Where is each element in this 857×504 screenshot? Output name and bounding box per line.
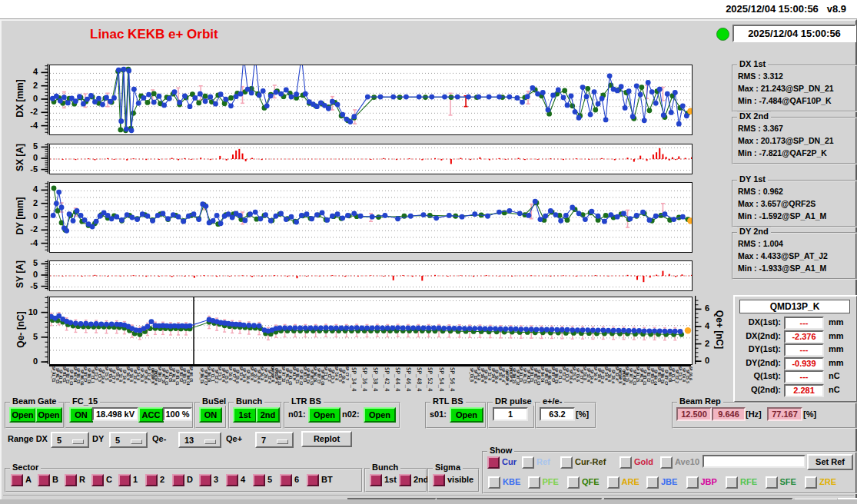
option-menu-bar-icon [72, 439, 84, 444]
show-zre-label: ZRE [819, 477, 836, 486]
ltr-n02-label: n02: [342, 410, 360, 419]
show-jbp-checkbox[interactable] [686, 476, 699, 489]
qmd-row-label: DX(2nd): [735, 331, 781, 340]
bpm-label: SP_B5_C5 [190, 366, 193, 382]
bpm-label: SP_56_4 [450, 367, 455, 392]
stats-dx-2nd: DX 2ndRMS : 3.367Max : 20.173@SP_DN_21Mi… [732, 117, 857, 164]
sector-c-checkbox[interactable] [91, 474, 104, 486]
beam-gate-group: Beam GateOpenOpen [5, 402, 65, 429]
bunch-2nd-button[interactable]: 2nd [256, 407, 280, 423]
sigma-visible-checkbox[interactable] [433, 474, 445, 486]
bunch-select-group: Bunch1st2nd [364, 468, 427, 492]
sector-1-checkbox[interactable] [118, 474, 131, 486]
bunch-1st-button[interactable]: 1st [233, 407, 257, 423]
sector-a-checkbox[interactable] [11, 474, 23, 486]
sector-b-checkbox[interactable] [38, 474, 50, 486]
show-gold-checkbox[interactable] [619, 456, 632, 469]
sector-3-label: 3 [214, 475, 218, 484]
show-cur-ref-checkbox[interactable] [560, 456, 573, 469]
stats-row: Min : -7.821@QAF2P_K [733, 147, 856, 159]
ltr-n02-open-button[interactable]: Open [364, 407, 396, 423]
option-menu-bar-icon [277, 439, 288, 444]
bunch-select-1st-checkbox[interactable] [370, 474, 382, 486]
orbit-stats-panels: DX 1stRMS : 3.312Max : 21.243@SP_DN_21Mi… [2, 40, 855, 286]
plot-qe [49, 297, 693, 365]
sector-6-checkbox[interactable] [280, 474, 292, 486]
beam-rep-value-2: 9.646 [712, 407, 746, 421]
qmd-row-unit: mm [829, 344, 844, 353]
status-led [716, 28, 729, 41]
qmd-row-value: 2.281 [784, 384, 824, 397]
e-ratio-group-title: e+/e- [540, 396, 564, 406]
busel-on-button[interactable]: ON [199, 407, 222, 423]
stats-row: Min : -1.933@SP_A1_M [733, 262, 856, 274]
rtl-s01-open-button[interactable]: Open [450, 407, 483, 423]
range-label-1: DY [92, 434, 104, 443]
range-label-2: Qe- [152, 434, 166, 443]
range-select-0[interactable]: 5 [51, 432, 89, 448]
ltr-bs-group-title: LTR BS [289, 396, 324, 406]
option-menu-bar-icon [204, 439, 216, 444]
selection-row: SectorABRC12D3456BTBunch1st2ndSigmavisib… [2, 449, 855, 495]
sector-bt-checkbox[interactable] [307, 474, 319, 486]
rtl-bs-group: RTL BSs01:Open [425, 402, 487, 429]
sector-3-checkbox[interactable] [199, 474, 211, 486]
fc15-acc-button[interactable]: ACC [138, 407, 164, 423]
sector-2-checkbox[interactable] [145, 474, 158, 486]
range-row: Range DX5DY5Qe-13Qe+7Replot [2, 431, 855, 448]
sector-4-checkbox[interactable] [226, 474, 238, 486]
range-select-1[interactable]: 5 [109, 432, 148, 448]
ylabel-qe: Qe- [nC] [15, 296, 25, 363]
stats-row: Min : -1.592@SP_A1_M [733, 210, 856, 222]
ltr-n01-open-button[interactable]: Open [308, 407, 340, 423]
beam-gate-open-1-button[interactable]: Open [9, 407, 36, 423]
sector-r-label: R [79, 475, 85, 484]
show-qfe-checkbox[interactable] [567, 476, 580, 489]
set-ref-button[interactable]: Set Ref [807, 454, 853, 470]
show-pfe-label: PFE [543, 477, 559, 486]
beam-controls-row: Beam GateOpenOpenFC_15ON18.498 kVACC100 … [2, 400, 855, 432]
ref-name-input[interactable] [703, 455, 806, 468]
bpm-label: SP_34_4 [351, 367, 357, 392]
bunch-select-group-title: Bunch [370, 463, 400, 472]
beam-rep-group: Beam Rep12.5009.646[Hz]77.167[%] [672, 402, 857, 429]
bunch-select-2nd-checkbox[interactable] [399, 474, 411, 486]
qmd-row-label: Q(1st): [735, 371, 781, 380]
sector-d-checkbox[interactable] [172, 474, 184, 486]
show-sfe-checkbox[interactable] [766, 476, 778, 489]
bunch-group-title: Bunch [234, 396, 264, 406]
ltr-n01-label: n01: [288, 410, 306, 419]
fc15-on-button[interactable]: ON [69, 407, 93, 423]
selected-bpm-name[interactable]: QMD13P_K [739, 300, 850, 313]
bpm-label: SP_42_4 [384, 367, 390, 392]
show-pfe-checkbox[interactable] [528, 476, 540, 489]
sector-4-label: 4 [241, 475, 245, 484]
show-ave10-checkbox[interactable] [660, 456, 673, 469]
bpm-label: SP_C7_7 [346, 366, 349, 380]
titlebar-clock: 2025/12/04 15:00:56 [726, 3, 819, 15]
range-select-1-value: 5 [115, 436, 120, 445]
y-axis-right-qe [695, 296, 703, 364]
sector-5-checkbox[interactable] [253, 474, 265, 486]
show-ref-checkbox[interactable] [522, 456, 534, 469]
show-rfe-checkbox[interactable] [726, 476, 738, 489]
selected-bpm-panel: QMD13P_K DX(1st):---mmDX(2nd):-2.376mmDY… [733, 295, 857, 403]
sector-r-checkbox[interactable] [65, 474, 77, 486]
qmd-row-value: -2.376 [784, 330, 824, 343]
show-cur-ref-label: Cur-Ref [575, 457, 606, 466]
show-are-checkbox[interactable] [607, 476, 619, 489]
range-select-3[interactable]: 7 [255, 432, 294, 448]
show-jbe-checkbox[interactable] [646, 476, 659, 489]
show-zre-checkbox[interactable] [805, 476, 817, 489]
range-select-2[interactable]: 13 [178, 432, 221, 448]
replot-button[interactable]: Replot [301, 431, 352, 447]
show-cur-checkbox[interactable] [487, 456, 500, 469]
show-kbe-checkbox[interactable] [488, 476, 500, 489]
rtl-s01-label: s01: [430, 410, 447, 419]
beam-gate-open-2-button[interactable]: Open [35, 407, 62, 423]
sigma-visible-label: visible [447, 475, 473, 484]
beam-rep-value-3: 77.167 [767, 407, 802, 421]
stats-row: Max : 20.173@SP_DN_21 [733, 134, 856, 147]
main-panel: Linac KEKB e+ Orbit 2025/12/04 15:00:56 … [0, 19, 857, 502]
sector-2-label: 2 [160, 475, 164, 484]
